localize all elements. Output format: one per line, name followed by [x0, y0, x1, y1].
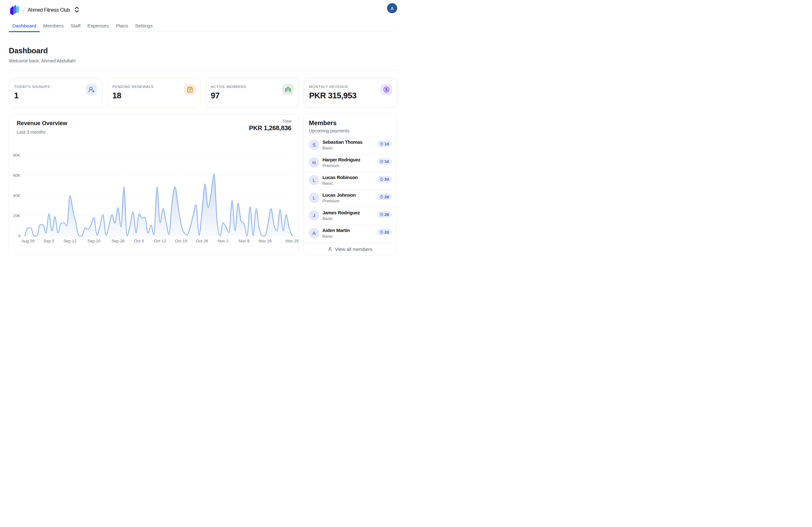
svg-text:Oct 12: Oct 12	[154, 239, 166, 243]
svg-text:20K: 20K	[13, 213, 20, 218]
svg-text:Nov 2: Nov 2	[218, 239, 228, 243]
svg-text:Oct 26: Oct 26	[196, 239, 208, 243]
svg-text:Oct 5: Oct 5	[134, 239, 144, 243]
svg-text:Sep 28: Sep 28	[111, 239, 124, 243]
svg-text:Sep 20: Sep 20	[87, 239, 100, 243]
svg-text:Nov 16: Nov 16	[259, 239, 272, 243]
svg-text:0: 0	[18, 233, 20, 238]
svg-text:40K: 40K	[13, 193, 20, 198]
svg-text:Sep 5: Sep 5	[44, 239, 54, 243]
svg-text:Oct 19: Oct 19	[175, 239, 187, 243]
svg-text:Nov 25: Nov 25	[286, 239, 299, 243]
svg-text:60K: 60K	[13, 173, 20, 178]
svg-text:Sep 12: Sep 12	[63, 239, 76, 243]
svg-text:Aug 29: Aug 29	[21, 239, 34, 243]
svg-text:80K: 80K	[13, 153, 20, 157]
svg-text:Nov 9: Nov 9	[239, 239, 249, 243]
